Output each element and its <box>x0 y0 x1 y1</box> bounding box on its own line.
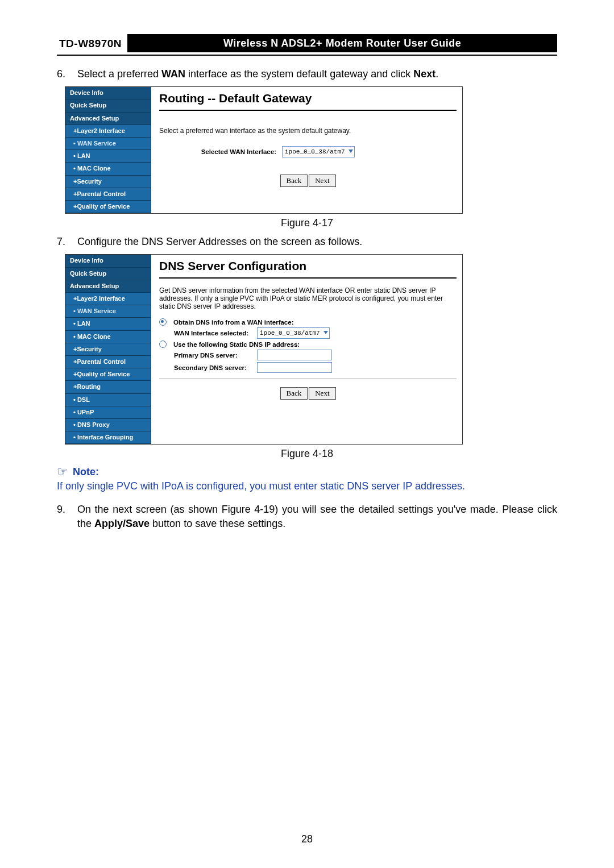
figure-4-17-caption: Figure 4-17 <box>57 217 557 229</box>
note-label: Note: <box>73 466 99 478</box>
page-number: 28 <box>0 833 614 845</box>
nav-item[interactable]: +Quality of Service <box>65 368 151 381</box>
fig18-desc: Get DNS server information from the sele… <box>159 286 457 310</box>
nav-item[interactable]: +Layer2 Interface <box>65 293 151 305</box>
nav-item[interactable]: • LAN <box>65 150 151 163</box>
header-underline <box>57 55 557 56</box>
divider <box>159 379 457 379</box>
step-9-num: 9. <box>57 502 77 530</box>
note-body: If only single PVC with IPoA is configur… <box>57 480 557 492</box>
nav-item[interactable]: Device Info <box>65 255 151 267</box>
step-6-b2: Next <box>413 68 435 80</box>
nav-item[interactable]: • DNS Proxy <box>65 419 151 431</box>
step-7-text: Configure the DNS Server Addresses on th… <box>77 235 557 248</box>
radio2-label: Use the following Static DNS IP address: <box>170 341 300 348</box>
step-6-pre: Select a preferred <box>77 68 161 80</box>
nav-item[interactable]: Device Info <box>65 87 151 99</box>
divider <box>159 277 457 279</box>
nav-item[interactable]: +Parental Control <box>65 356 151 368</box>
header-model: TD-W8970N <box>57 34 127 52</box>
nav-item[interactable]: +Security <box>65 343 151 356</box>
radio1-label: Obtain DNS info from a WAN interface: <box>170 319 294 326</box>
step-6-post: . <box>435 68 438 80</box>
static-dns-radio[interactable] <box>159 340 167 348</box>
secondary-dns-label: Secondary DNS server: <box>159 364 257 371</box>
obtain-dns-radio[interactable] <box>159 318 167 326</box>
nav-item[interactable]: +Routing <box>65 381 151 393</box>
nav-item[interactable]: • DSL <box>65 394 151 406</box>
nav-item[interactable]: +Quality of Service <box>65 201 151 213</box>
step-9-text: On the next screen (as shown Figure 4-19… <box>77 502 557 530</box>
nav-item[interactable]: • Interface Grouping <box>65 431 151 444</box>
nav-item-active[interactable]: • WAN Service <box>65 305 151 318</box>
step-6-num: 6. <box>57 67 77 81</box>
primary-dns-label: Primary DNS server: <box>159 352 257 359</box>
back-button[interactable]: Back <box>280 387 308 400</box>
divider <box>159 110 457 111</box>
fig18-title: DNS Server Configuration <box>159 259 457 273</box>
wan-interface-select[interactable]: ipoe_0_0_38/atm7 <box>257 327 330 339</box>
next-button[interactable]: Next <box>309 175 335 187</box>
wan-sel-label: WAN Interface selected: <box>159 330 257 337</box>
wan-interface-select[interactable]: ipoe_0_0_38/atm7 <box>282 146 355 157</box>
nav-item[interactable]: • MAC Clone <box>65 331 151 343</box>
secondary-dns-input[interactable] <box>257 362 332 373</box>
step-9-b1: Apply/Save <box>94 518 150 529</box>
fig17-row-label: Selected WAN Interface: <box>159 148 282 155</box>
next-button[interactable]: Next <box>309 387 335 400</box>
fig17-nav: Device Info Quick Setup Advanced Setup +… <box>65 87 151 213</box>
primary-dns-input[interactable] <box>257 350 332 360</box>
back-button[interactable]: Back <box>280 175 308 187</box>
figure-4-18: Device Info Quick Setup Advanced Setup +… <box>65 254 463 445</box>
figure-4-18-caption: Figure 4-18 <box>57 448 557 460</box>
nav-item[interactable]: +Layer2 Interface <box>65 125 151 138</box>
nav-item[interactable]: • LAN <box>65 318 151 330</box>
step-9-post: button to save these settings. <box>150 518 285 529</box>
nav-item-active[interactable]: • WAN Service <box>65 138 151 150</box>
step-6-text: Select a preferred WAN interface as the … <box>77 67 557 81</box>
nav-item[interactable]: Advanced Setup <box>65 280 151 293</box>
nav-item[interactable]: +Security <box>65 176 151 188</box>
fig17-desc: Select a preferred wan interface as the … <box>159 127 457 135</box>
step-7-num: 7. <box>57 235 77 248</box>
nav-item[interactable]: Quick Setup <box>65 268 151 280</box>
figure-4-17: Device Info Quick Setup Advanced Setup +… <box>65 86 463 214</box>
note-icon: ☞ <box>57 466 68 478</box>
step-6-mid: interface as the system default gateway … <box>185 68 413 80</box>
fig18-nav: Device Info Quick Setup Advanced Setup +… <box>65 255 151 444</box>
fig17-title: Routing -- Default Gateway <box>159 92 457 105</box>
nav-item[interactable]: • MAC Clone <box>65 163 151 175</box>
nav-item[interactable]: • UPnP <box>65 406 151 419</box>
header-title: Wireless N ADSL2+ Modem Router User Guid… <box>127 34 557 52</box>
step-6-b1: WAN <box>161 68 185 80</box>
nav-item[interactable]: Advanced Setup <box>65 113 151 125</box>
nav-item[interactable]: Quick Setup <box>65 99 151 112</box>
nav-item[interactable]: +Parental Control <box>65 188 151 201</box>
